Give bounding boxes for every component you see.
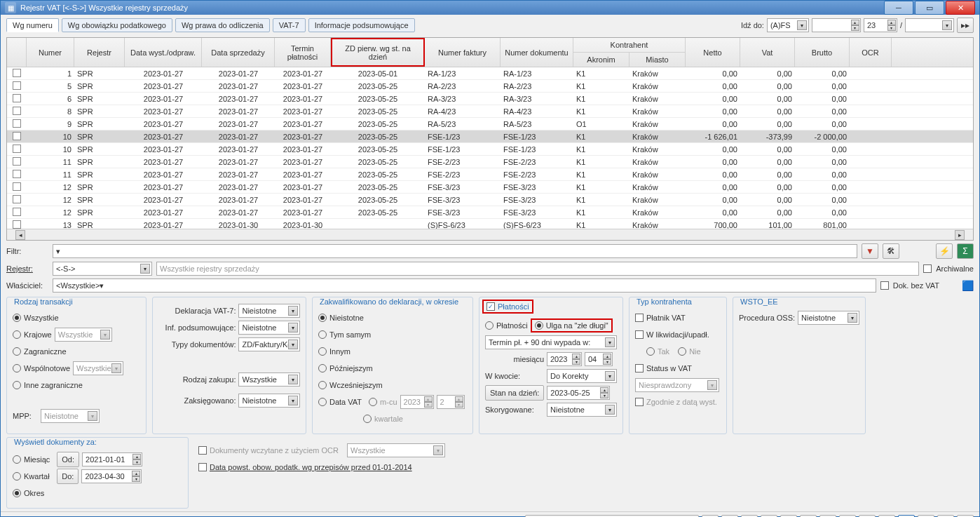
stan-date[interactable]: 2023-05-25▴▾: [547, 386, 610, 400]
info-icon[interactable]: 🟦: [962, 280, 974, 291]
minimize-button[interactable]: ─: [884, 1, 913, 15]
termin-combo[interactable]: Termin pł. + 90 dni wypada w:▾: [485, 335, 617, 349]
status-vat-checkbox[interactable]: [635, 364, 644, 372]
col-zd[interactable]: ZD pierw. wg st. na dzień: [331, 38, 425, 67]
table-row[interactable]: 10SPR2023-01-272023-01-272023-01-272023-…: [7, 130, 973, 143]
radio-platnosci[interactable]: [485, 321, 494, 330]
radio-krajowe[interactable]: [13, 330, 21, 339]
table-row[interactable]: 13SPR2023-01-272023-01-302023-01-30(S)FS…: [7, 219, 973, 229]
mpp-combo[interactable]: Nieistotne▾: [41, 409, 100, 423]
col-termin[interactable]: Termin płatności: [275, 38, 331, 67]
procedura-oss-combo[interactable]: Nieistotne▾: [798, 311, 859, 325]
radio-innym[interactable]: [318, 347, 327, 356]
od-date[interactable]: 2021-01-01▴▾: [82, 452, 142, 466]
tab-wg-numeru[interactable]: Wg numeru: [6, 18, 59, 32]
col-brutto[interactable]: Brutto: [795, 38, 850, 67]
goto-num[interactable]: 23▴▾: [864, 18, 897, 32]
radio-okres[interactable]: [13, 489, 21, 497]
col-data-sprz[interactable]: Data sprzedaży: [202, 38, 275, 67]
table-row[interactable]: 5SPR2023-01-272023-01-272023-01-272023-0…: [7, 80, 973, 93]
datavat-year[interactable]: 2023▴▾: [400, 395, 434, 409]
wlasciciel-combo[interactable]: <Wszystkie>▾: [53, 278, 876, 293]
likwidacja-checkbox[interactable]: [635, 330, 644, 339]
wlasciciel-label: Właściciel:: [6, 281, 48, 290]
hscrollbar[interactable]: ◂▸: [7, 229, 973, 240]
ocr-combo[interactable]: Wszystkie▾: [347, 443, 445, 457]
platnik-vat-checkbox[interactable]: [635, 314, 644, 322]
col-ocr[interactable]: OCR: [850, 38, 892, 67]
radio-zagraniczne[interactable]: [13, 347, 21, 356]
status-vat-combo[interactable]: Niesprawdzony▾: [635, 378, 719, 392]
radio-wczesniejszym[interactable]: [318, 381, 327, 389]
filtr-combo[interactable]: ▾: [53, 244, 857, 258]
filter-wrench-icon[interactable]: 🛠: [883, 243, 899, 259]
typy-dok-combo[interactable]: ZD/Faktury/Kor▾: [238, 337, 300, 351]
od-button[interactable]: Od:: [57, 452, 79, 467]
krajowe-combo[interactable]: Wszystkie▾: [55, 328, 112, 342]
col-rejestr[interactable]: Rejestr: [74, 38, 125, 67]
rodzaj-zakupu-combo[interactable]: Wszystkie▾: [238, 372, 300, 387]
table-row[interactable]: 11SPR2023-01-272023-01-272023-01-272023-…: [7, 168, 973, 181]
goto-combo2[interactable]: ▾: [905, 18, 954, 32]
mies-m[interactable]: 04▴▾: [585, 352, 613, 366]
col-nd[interactable]: Numer dokumentu: [501, 38, 573, 67]
deklaracja-combo[interactable]: Nieistotne▾: [238, 304, 300, 318]
tab-wg-prawa[interactable]: Wg prawa do odliczenia: [175, 18, 270, 32]
table-row[interactable]: 9SPR2023-01-272023-01-272023-01-272023-0…: [7, 118, 973, 130]
radio-ulga-zle-dlugi[interactable]: [535, 321, 543, 330]
radio-wszystkie[interactable]: [13, 314, 21, 322]
table-row[interactable]: 1SPR2023-01-272023-01-272023-01-272023-0…: [7, 67, 973, 80]
platnosci-checkbox[interactable]: [486, 302, 495, 311]
radio-tym-samym[interactable]: [318, 330, 327, 339]
table-row[interactable]: 8SPR2023-01-272023-01-272023-01-272023-0…: [7, 105, 973, 118]
table-row[interactable]: 11SPR2023-01-272023-01-272023-01-272023-…: [7, 156, 973, 168]
inf-podsum-combo[interactable]: Nieistotne▾: [238, 321, 300, 335]
radio-wspolnotowe[interactable]: [13, 364, 21, 372]
radio-kwartal[interactable]: [13, 472, 21, 481]
table-row[interactable]: 12SPR2023-01-272023-01-272023-01-272023-…: [7, 194, 973, 206]
rejestr-combo[interactable]: <-S->▾: [53, 262, 152, 276]
table-row[interactable]: 10SPR2023-01-272023-01-272023-01-272023-…: [7, 143, 973, 156]
maximize-button[interactable]: ▭: [915, 1, 944, 15]
table-row[interactable]: 12SPR2023-01-272023-01-272023-01-272023-…: [7, 181, 973, 194]
goto-type-combo[interactable]: (A)FS▾: [767, 18, 809, 32]
datavat-m[interactable]: 2▴▾: [437, 395, 465, 409]
col-vat[interactable]: Vat: [740, 38, 795, 67]
ocr-loaded-checkbox[interactable]: [198, 446, 207, 455]
table-row[interactable]: 12SPR2023-01-272023-01-272023-01-272023-…: [7, 206, 973, 219]
radio-pozniejszym[interactable]: [318, 364, 327, 372]
goto-next-button[interactable]: ▸▸: [957, 18, 974, 33]
tab-informacje[interactable]: Informacje podsumowujące: [308, 18, 415, 32]
stan-na-dzien-button[interactable]: Stan na dzień:: [485, 385, 544, 401]
radio-miesiac[interactable]: [13, 455, 21, 464]
radio-inne-zagraniczne[interactable]: [13, 381, 21, 389]
wspol-combo[interactable]: Wszystkie▾: [73, 361, 123, 375]
do-button[interactable]: Do:: [57, 469, 79, 484]
window-title: Rejestr VAT [<-S->] Wszystkie rejestry s…: [20, 4, 188, 12]
lightning-icon[interactable]: ⚡: [936, 243, 953, 259]
col-data-wyst[interactable]: Data wyst./odpraw.: [125, 38, 202, 67]
dok-bez-vat-checkbox[interactable]: [880, 281, 889, 290]
do-date[interactable]: 2023-04-30▴▾: [81, 469, 142, 483]
col-kontrahent[interactable]: Kontrahent AkronimMiasto: [573, 38, 686, 67]
zaksiegowano-combo[interactable]: Nieistotne▾: [238, 394, 300, 408]
goto-spin1[interactable]: ▴▾: [812, 18, 861, 32]
rejestr-desc: Wszystkie rejestry sprzedaży: [156, 262, 919, 276]
col-numer[interactable]: Numer: [27, 38, 74, 67]
tab-wg-obowiazku[interactable]: Wg obowiązku podatkowego: [62, 18, 172, 32]
skorygowane-combo[interactable]: Nieistotne▾: [547, 403, 617, 417]
sum-icon[interactable]: Σ: [957, 243, 974, 259]
col-netto[interactable]: Netto: [686, 38, 740, 67]
mies-year[interactable]: 2023▴▾: [547, 352, 582, 366]
col-nf[interactable]: Numer faktury: [425, 38, 501, 67]
data-powst-checkbox[interactable]: [198, 463, 207, 471]
data-grid: Numer Rejestr Data wyst./odpraw. Data sp…: [6, 37, 974, 241]
table-row[interactable]: 6SPR2023-01-272023-01-272023-01-272023-0…: [7, 93, 973, 105]
close-button[interactable]: ✕: [946, 1, 975, 15]
radio-nieistotne[interactable]: [318, 314, 327, 322]
radio-data-vat[interactable]: [318, 398, 327, 406]
wkwocie-combo[interactable]: Do Korekty▾: [547, 369, 617, 383]
tab-vat7[interactable]: VAT-7: [273, 18, 306, 32]
archiwalne-checkbox[interactable]: [923, 264, 932, 273]
filter-funnel-icon[interactable]: ▼: [862, 243, 878, 259]
